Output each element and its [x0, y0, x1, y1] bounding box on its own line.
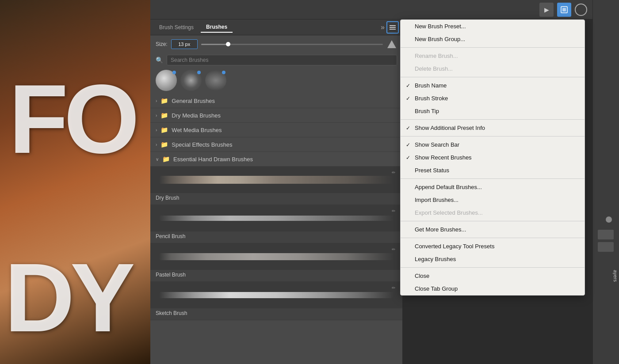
chevron-right-icon: ›: [156, 128, 157, 133]
brush-label-dry: Dry Brush: [150, 193, 402, 205]
tab-brush-settings[interactable]: Brush Settings: [154, 23, 199, 32]
menu-item-close[interactable]: Close: [401, 269, 585, 282]
brush-tip-triangle-icon: [387, 40, 396, 48]
menu-item-rename-brush: Rename Brush...: [401, 49, 585, 62]
menu-item-delete-brush: Delete Brush...: [401, 62, 585, 75]
folder-icon: 📁: [162, 155, 170, 163]
menu-item-new-brush-preset[interactable]: New Brush Preset...: [401, 20, 585, 33]
separator-4: [401, 136, 585, 136]
menu-item-append-default-brushes[interactable]: Append Default Brushes...: [401, 181, 585, 193]
brush-edit-icon-pastel[interactable]: ✏: [392, 247, 399, 254]
brush-preview-pencil: [150, 205, 402, 231]
size-slider-container[interactable]: [201, 44, 383, 45]
brush-group-dry-media[interactable]: › 📁 Dry Media Brushes: [150, 108, 402, 123]
brush-preview-pastel: [150, 243, 402, 270]
menu-item-converted-legacy-tool-presets[interactable]: Converted Legacy Tool Presets: [401, 240, 585, 253]
chevron-right-icon: ›: [156, 142, 157, 147]
menu-item-get-more-brushes[interactable]: Get More Brushes...: [401, 223, 585, 236]
menu-item-show-search-bar[interactable]: Show Search Bar: [401, 138, 585, 151]
size-slider-thumb: [226, 42, 230, 46]
brush-group-special-effects[interactable]: › 📁 Special Effects Brushes: [150, 137, 402, 152]
layers-icon: [560, 6, 568, 14]
separator-6: [401, 221, 585, 221]
expand-tabs-button[interactable]: »: [381, 23, 385, 31]
panel-tabs-bar: Brush Settings Brushes »: [150, 19, 402, 35]
search-bar: 🔍: [150, 53, 402, 67]
search-input[interactable]: [167, 55, 397, 65]
tab-brushes[interactable]: Brushes: [201, 22, 233, 33]
separator-7: [401, 238, 585, 238]
brush-label-pencil: Pencil Brush: [150, 231, 402, 243]
brush-item-pencil[interactable]: ✏ Pencil Brush: [150, 205, 402, 243]
menu-item-close-tab-group[interactable]: Close Tab Group: [401, 282, 585, 295]
menu-item-brush-tip[interactable]: Brush Tip: [401, 105, 585, 118]
brush-stroke-dry: [159, 176, 394, 184]
brush-preview-sketch: [150, 282, 402, 308]
brush-group-wet-media[interactable]: › 📁 Wet Media Brushes: [150, 123, 402, 137]
menu-item-legacy-brushes[interactable]: Legacy Brushes: [401, 253, 585, 265]
svg-rect-1: [562, 8, 566, 11]
chevron-down-icon: ∨: [156, 157, 159, 162]
recent-brushes-row: [150, 67, 402, 94]
play-button[interactable]: ▶: [539, 3, 554, 17]
brush-group-essential[interactable]: ∨ 📁 Essential Hand Drawn Brushes: [150, 152, 402, 167]
right-panel: ayers: [592, 0, 619, 364]
brush-edit-icon-sketch[interactable]: ✏: [392, 285, 399, 292]
menu-item-brush-name[interactable]: Brush Name: [401, 79, 585, 92]
size-input[interactable]: [171, 39, 198, 49]
brush-item-dry[interactable]: ✏ Dry Brush: [150, 167, 402, 205]
menu-item-show-recent-brushes[interactable]: Show Recent Brushes: [401, 151, 585, 164]
folder-icon: 📁: [160, 141, 168, 148]
brush-group-name-dry-media: Dry Media Brushes: [172, 112, 221, 119]
folder-icon: 📁: [160, 97, 168, 104]
brush-panel: Brush Settings Brushes » Size: 🔍: [150, 19, 402, 364]
size-slider[interactable]: [201, 44, 383, 45]
brush-group-name-essential: Essential Hand Drawn Brushes: [173, 156, 253, 163]
svg-rect-2: [390, 25, 396, 26]
brush-item-sketch[interactable]: ✏ Sketch Brush: [150, 282, 402, 320]
brush-label-pastel: Pastel Brush: [150, 270, 402, 281]
brush-group-name-special-effects: Special Effects Brushes: [172, 141, 232, 148]
brush-edit-icon-pencil[interactable]: ✏: [392, 209, 399, 216]
folder-icon: 📁: [160, 112, 168, 119]
chevron-right-icon: ›: [156, 99, 157, 103]
brush-edit-icon-dry[interactable]: ✏: [392, 170, 399, 177]
recent-brush-1[interactable]: [156, 70, 177, 91]
brush-stroke-sketch: [159, 292, 394, 298]
menu-item-brush-stroke[interactable]: Brush Stroke: [401, 92, 585, 105]
panel-menu-button[interactable]: [386, 21, 399, 34]
brush-tip-button[interactable]: [386, 39, 397, 49]
svg-rect-3: [390, 27, 396, 28]
separator-3: [401, 119, 585, 120]
menu-item-show-additional-preset-info[interactable]: Show Additional Preset Info: [401, 121, 585, 134]
svg-rect-4: [390, 29, 396, 30]
separator-5: [401, 178, 585, 179]
right-panel-rect2: [598, 242, 614, 252]
brush-group-name-wet-media: Wet Media Brushes: [172, 127, 222, 133]
right-panel-circle: [606, 216, 612, 223]
brush-indicator-1: [172, 71, 176, 74]
menu-item-export-selected-brushes: Export Selected Brushes...: [401, 206, 585, 219]
brush-stroke-pastel: [159, 253, 394, 260]
top-toolbar: ▶: [150, 0, 592, 19]
size-control: Size:: [150, 35, 402, 53]
size-label: Size:: [156, 41, 168, 47]
brush-item-pastel[interactable]: ✏ Pastel Brush: [150, 243, 402, 282]
separator-8: [401, 267, 585, 268]
circle-button[interactable]: [575, 4, 587, 16]
separator-2: [401, 77, 585, 77]
menu-item-new-brush-group[interactable]: New Brush Group...: [401, 33, 585, 46]
brush-list[interactable]: › 📁 General Brushes › 📁 Dry Media Brushe…: [150, 94, 402, 364]
brush-stroke-pencil: [159, 216, 394, 221]
brush-group-general[interactable]: › 📁 General Brushes: [150, 94, 402, 108]
recent-brush-2[interactable]: [180, 70, 202, 91]
bg-text-fo: FO: [9, 71, 135, 168]
brush-indicator-3: [222, 71, 225, 74]
menu-lines-icon: [390, 25, 396, 30]
layers-button[interactable]: [557, 3, 571, 17]
separator-1: [401, 47, 585, 48]
search-icon: 🔍: [156, 57, 163, 64]
menu-item-preset-status[interactable]: Preset Status: [401, 164, 585, 177]
recent-brush-3[interactable]: [205, 70, 226, 91]
menu-item-import-brushes[interactable]: Import Brushes...: [401, 193, 585, 206]
